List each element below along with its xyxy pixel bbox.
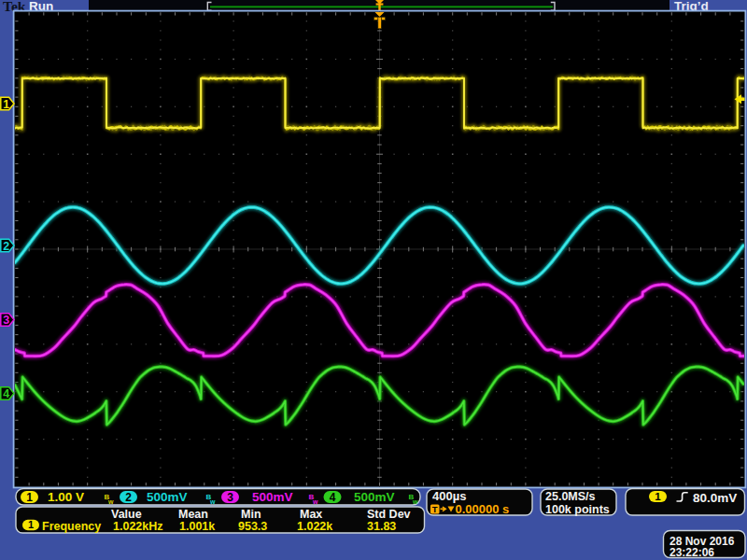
svg-text:500mV: 500mV — [354, 490, 395, 504]
svg-text:w: w — [107, 498, 114, 505]
svg-text:w: w — [209, 498, 216, 505]
svg-text:1: 1 — [28, 519, 34, 530]
svg-text:w: w — [312, 498, 318, 505]
svg-text:Mean: Mean — [178, 508, 208, 521]
svg-text:23:22:06: 23:22:06 — [669, 546, 714, 559]
svg-text:1.022k: 1.022k — [297, 520, 332, 533]
svg-text:Max: Max — [300, 508, 322, 521]
svg-text:Min: Min — [241, 508, 261, 521]
svg-text:Std Dev: Std Dev — [367, 508, 411, 521]
svg-text:0.00000 s: 0.00000 s — [456, 502, 510, 516]
svg-text:Frequency: Frequency — [42, 520, 101, 533]
svg-text:500mV: 500mV — [252, 490, 293, 504]
svg-text:25.0MS/s: 25.0MS/s — [545, 490, 596, 503]
svg-text:2: 2 — [3, 240, 9, 253]
svg-text:31.83: 31.83 — [367, 520, 396, 533]
svg-text:w: w — [412, 498, 418, 505]
svg-text:1: 1 — [26, 491, 33, 504]
svg-text:T: T — [432, 504, 438, 514]
svg-text:3: 3 — [227, 491, 233, 504]
svg-text:1: 1 — [655, 491, 661, 502]
svg-text:80.0mV: 80.0mV — [693, 491, 737, 505]
svg-text:953.3: 953.3 — [238, 520, 267, 533]
svg-text:100k points: 100k points — [545, 503, 610, 516]
svg-text:500mV: 500mV — [147, 490, 188, 504]
svg-text:Value: Value — [111, 508, 142, 521]
svg-text:1: 1 — [3, 98, 9, 111]
svg-text:1.001k: 1.001k — [179, 520, 215, 533]
svg-text:1.022kHz: 1.022kHz — [113, 520, 163, 533]
svg-text:2: 2 — [125, 491, 132, 504]
svg-text:400µs: 400µs — [432, 489, 466, 503]
svg-text:3: 3 — [3, 314, 9, 327]
svg-text:4: 4 — [3, 387, 9, 400]
svg-text:4: 4 — [330, 491, 336, 504]
svg-text:1.00 V: 1.00 V — [48, 490, 84, 504]
